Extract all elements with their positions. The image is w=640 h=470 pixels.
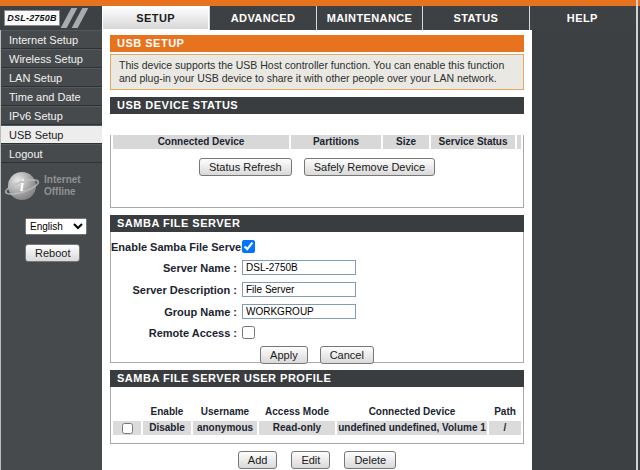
- sidebar-item-internet-setup[interactable]: Internet Setup: [1, 30, 102, 49]
- samba-file-server-header: SAMBA FILE SERVER: [110, 215, 524, 232]
- usb-device-buttons: Status Refresh Safely Remove Device: [111, 158, 523, 176]
- row-connected-device-cell: undefined undefined, Volume 1: [337, 421, 487, 435]
- column-partitions: Partitions: [291, 135, 381, 149]
- usb-setup-description: This device supports the USB Host contro…: [110, 54, 524, 90]
- remote-access-label: Remote Access :: [111, 327, 237, 339]
- internet-status: i Internet Offline: [8, 172, 81, 200]
- usb-device-status-panel: Connected Device Partitions Size Service…: [110, 135, 524, 208]
- samba-user-profile-header: SAMBA FILE SERVER USER PROFILE: [110, 370, 524, 387]
- column-connected-device: Connected Device: [337, 405, 487, 419]
- server-name-input[interactable]: [242, 260, 356, 275]
- column-service-status: Service Status: [431, 135, 515, 149]
- samba-file-server-panel: Enable Samba File Server : Server Name :…: [110, 232, 524, 363]
- server-name-label: Server Name :: [111, 262, 237, 274]
- usb-device-table-header: Connected Device Partitions Size Service…: [111, 135, 523, 149]
- row-access-mode-cell: Read-only: [259, 421, 335, 435]
- internet-status-label: Internet Offline: [44, 174, 81, 198]
- profile-table-row: Disable anonymous Read-only undefined un…: [111, 421, 523, 435]
- group-name-input[interactable]: [242, 304, 356, 319]
- delete-button[interactable]: Delete: [344, 451, 396, 469]
- row-select-cell: [113, 421, 141, 435]
- sidebar-item-lan-setup[interactable]: LAN Setup: [1, 68, 102, 87]
- remote-access-row: Remote Access :: [111, 326, 523, 339]
- server-name-row: Server Name :: [111, 260, 523, 275]
- column-username: Username: [193, 405, 257, 419]
- column-connected-device: Connected Device: [113, 135, 289, 149]
- router-admin-page: DSL-2750B SETUP ADVANCED MAINTENANCE STA…: [0, 0, 640, 470]
- tab-status[interactable]: STATUS: [422, 6, 528, 30]
- row-enable-cell: Disable: [143, 421, 191, 435]
- internet-offline-icon: i: [8, 172, 36, 200]
- column-size: Size: [383, 135, 429, 149]
- enable-samba-checkbox[interactable]: [242, 240, 255, 253]
- row-path-cell: /: [489, 421, 521, 435]
- sidebar-item-ipv6-setup[interactable]: IPv6 Setup: [1, 106, 102, 125]
- tab-advanced[interactable]: ADVANCED: [209, 6, 315, 30]
- tab-help[interactable]: HELP: [529, 6, 635, 30]
- samba-form-buttons: Apply Cancel: [111, 346, 523, 364]
- enable-samba-row: Enable Samba File Server :: [111, 240, 523, 253]
- usb-device-status-header: USB DEVICE STATUS: [110, 97, 524, 114]
- sidebar-item-usb-setup[interactable]: USB Setup: [1, 125, 102, 144]
- safely-remove-device-button[interactable]: Safely Remove Device: [304, 158, 435, 176]
- column-enable: Enable: [143, 405, 191, 419]
- column-spacer: [517, 135, 521, 149]
- cancel-button[interactable]: Cancel: [320, 346, 374, 364]
- group-name-label: Group Name :: [111, 306, 237, 318]
- profile-buttons: Add Edit Delete: [110, 451, 524, 469]
- content-area: USB SETUP This device supports the USB H…: [102, 30, 532, 470]
- sidebar-item-wireless-setup[interactable]: Wireless Setup: [1, 49, 102, 68]
- profile-table-header: Enable Username Access Mode Connected De…: [111, 405, 523, 419]
- group-name-row: Group Name :: [111, 304, 523, 319]
- reboot-button[interactable]: Reboot: [25, 244, 80, 262]
- tab-maintenance[interactable]: MAINTENANCE: [316, 6, 422, 30]
- column-access-mode: Access Mode: [259, 405, 335, 419]
- server-description-label: Server Description :: [111, 284, 237, 296]
- profile-row-checkbox[interactable]: [122, 423, 133, 434]
- sidebar-item-logout[interactable]: Logout: [1, 144, 102, 163]
- device-model-logo: DSL-2750B: [4, 10, 60, 26]
- server-description-input[interactable]: [242, 282, 356, 297]
- remote-access-checkbox[interactable]: [242, 326, 255, 339]
- language-select[interactable]: English: [25, 218, 87, 235]
- server-description-row: Server Description :: [111, 282, 523, 297]
- top-navbar: DSL-2750B SETUP ADVANCED MAINTENANCE STA…: [0, 6, 640, 30]
- column-path: Path: [489, 405, 521, 419]
- usb-setup-header: USB SETUP: [110, 35, 524, 52]
- sidebar: Internet Setup Wireless Setup LAN Setup …: [0, 30, 102, 470]
- window-edge: [636, 0, 638, 470]
- nav-tabs: SETUP ADVANCED MAINTENANCE STATUS HELP: [102, 6, 635, 30]
- samba-user-profile-panel: Enable Username Access Mode Connected De…: [110, 387, 524, 444]
- row-username-cell: anonymous: [193, 421, 257, 435]
- status-refresh-button[interactable]: Status Refresh: [199, 158, 292, 176]
- column-select: [113, 405, 141, 419]
- apply-button[interactable]: Apply: [260, 346, 308, 364]
- tab-setup[interactable]: SETUP: [102, 6, 209, 30]
- enable-samba-label: Enable Samba File Server :: [111, 241, 237, 253]
- add-button[interactable]: Add: [238, 451, 278, 469]
- sidebar-item-time-and-date[interactable]: Time and Date: [1, 87, 102, 106]
- edit-button[interactable]: Edit: [291, 451, 330, 469]
